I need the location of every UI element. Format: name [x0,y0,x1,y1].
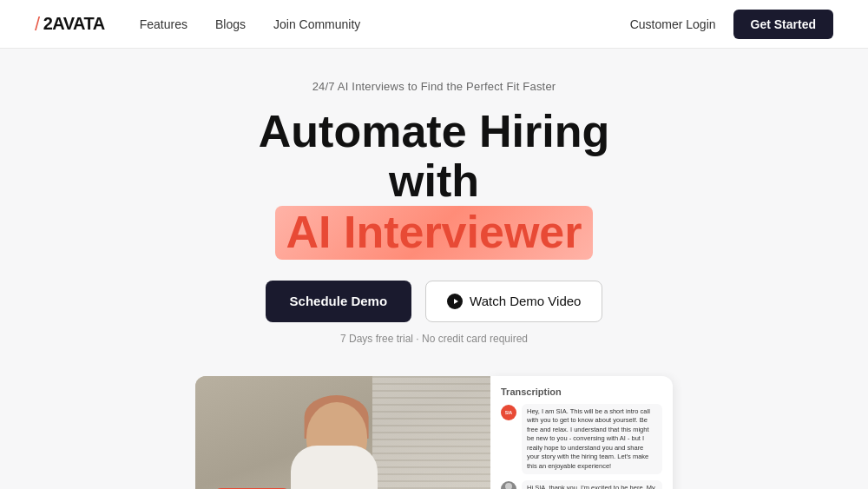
user-avatar-1 [501,481,516,489]
window-blinds [372,376,490,489]
transcript-message-2: Hi SIA, thank you. I'm excited to be her… [501,480,662,489]
get-started-button[interactable]: Get Started [733,10,833,39]
nav-left: / 2AVATA Features Blogs Join Community [35,13,360,36]
nav-link-community[interactable]: Join Community [273,17,360,31]
transcription-panel: Transcription SIA Hey, I am SIA. This wi… [490,376,673,489]
demo-area: SIA Transcription SIA Hey, I am [0,376,868,489]
nav-link-blogs[interactable]: Blogs [215,17,246,31]
user-icon [501,481,516,489]
watch-demo-label: Watch Demo Video [470,294,581,308]
watch-demo-button[interactable]: Watch Demo Video [425,281,602,322]
transcript-message-1: SIA Hey, I am SIA. This will be a short … [501,404,662,475]
svg-point-0 [505,483,512,489]
ai-avatar-1: SIA [501,405,516,420]
person-body [291,446,378,489]
hero-subtitle: 24/7 AI Interviews to Find the Perfect F… [17,80,851,93]
schedule-demo-button[interactable]: Schedule Demo [266,281,412,322]
transcription-title: Transcription [501,387,662,397]
hero-title-highlight: AI Interviewer [275,206,592,259]
navbar: / 2AVATA Features Blogs Join Community C… [0,0,868,49]
msg-bubble-2: Hi SIA, thank you. I'm excited to be her… [522,480,662,489]
logo-name: 2AVATA [43,14,105,34]
hero-note: 7 Days free trial · No credit card requi… [17,333,851,345]
hero-section: 24/7 AI Interviews to Find the Perfect F… [0,49,868,362]
msg-bubble-1: Hey, I am SIA. This will be a short intr… [522,404,662,475]
demo-video: SIA [195,376,490,489]
logo[interactable]: / 2AVATA [35,13,105,36]
play-icon [447,294,463,309]
logo-slash: / [35,13,40,36]
hero-title: Automate Hiring with AI Interviewer [17,107,851,260]
nav-link-features[interactable]: Features [140,17,187,31]
play-triangle [454,299,458,304]
customer-login-link[interactable]: Customer Login [630,17,716,31]
hero-buttons: Schedule Demo Watch Demo Video [17,281,851,322]
nav-links: Features Blogs Join Community [140,17,361,31]
nav-right: Customer Login Get Started [630,10,833,39]
